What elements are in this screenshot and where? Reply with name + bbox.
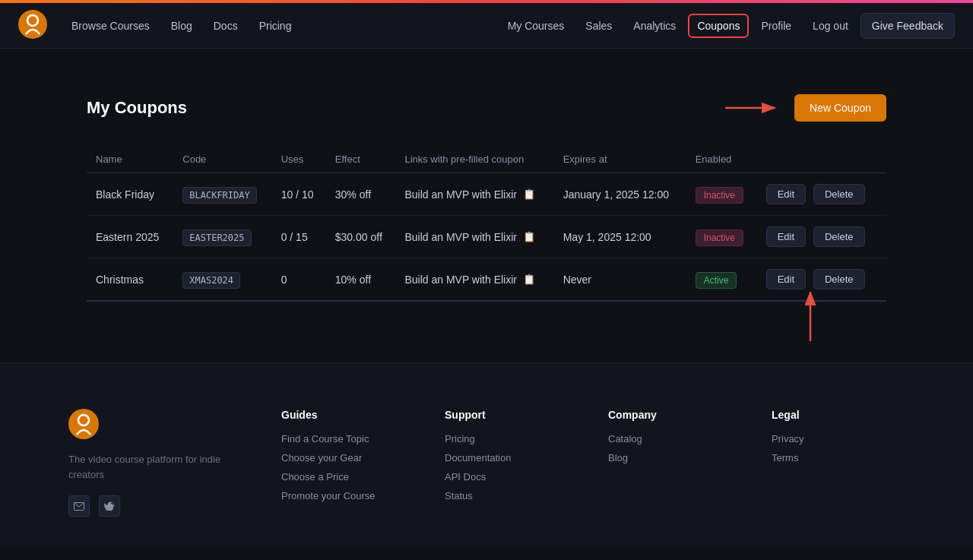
footer-link-find-course[interactable]: Find a Course Topic	[281, 433, 414, 445]
twitter-icon[interactable]	[99, 495, 120, 517]
copy-link-icon[interactable]: 📋	[523, 274, 535, 285]
support-title: Support	[445, 409, 578, 421]
row-expires: January 1, 2025 12:00	[554, 173, 686, 216]
give-feedback-button[interactable]: Give Feedback	[860, 13, 955, 39]
table-body: Black Friday BLACKFRIDAY 10 / 10 30% off…	[87, 173, 886, 302]
footer-social	[68, 495, 236, 517]
footer-link-promote[interactable]: Promote your Course	[281, 490, 414, 501]
footer-link-company-blog[interactable]: Blog	[608, 452, 741, 464]
logo[interactable]	[18, 10, 47, 41]
footer-link-terms[interactable]: Terms	[772, 452, 905, 464]
table-header: Name Code Uses Effect Links with pre-fil…	[87, 146, 886, 173]
row-uses: 10 / 10	[272, 173, 326, 216]
edit-button[interactable]: Edit	[766, 184, 806, 204]
footer-col-guides: Guides Find a Course Topic Choose your G…	[281, 409, 414, 517]
coupons-table: Name Code Uses Effect Links with pre-fil…	[87, 146, 886, 302]
footer-link-privacy[interactable]: Privacy	[772, 433, 905, 445]
row-link: Build an MVP with Elixir 📋	[395, 173, 553, 216]
nav-blog[interactable]: Blog	[162, 14, 201, 38]
table-row: Black Friday BLACKFRIDAY 10 / 10 30% off…	[87, 173, 886, 216]
footer-link-status[interactable]: Status	[445, 490, 578, 501]
copy-link-icon[interactable]: 📋	[523, 188, 535, 200]
edit-button[interactable]: Edit	[766, 269, 806, 289]
nav-my-courses[interactable]: My Courses	[499, 14, 574, 38]
company-title: Company	[608, 409, 741, 421]
col-effect: Effect	[326, 146, 396, 173]
nav-right: My Courses Sales Analytics Coupons Profi…	[499, 13, 955, 39]
col-uses: Uses	[272, 146, 326, 173]
footer-link-pricing[interactable]: Pricing	[445, 433, 578, 445]
row-effect: 10% off	[326, 258, 396, 302]
col-enabled: Enabled	[686, 146, 757, 173]
row-name: Black Friday	[87, 173, 173, 216]
nav-pricing[interactable]: Pricing	[250, 14, 301, 38]
footer-link-choose-gear[interactable]: Choose your Gear	[281, 452, 414, 464]
svg-point-6	[68, 409, 99, 439]
row-uses: 0	[272, 258, 326, 302]
delete-button[interactable]: Delete	[813, 184, 865, 204]
row-name: Eastern 2025	[87, 216, 173, 258]
nav-sales[interactable]: Sales	[576, 14, 621, 38]
guides-title: Guides	[281, 409, 414, 421]
footer-link-documentation[interactable]: Documentation	[445, 452, 578, 464]
row-status: Inactive	[686, 216, 757, 258]
nav-analytics[interactable]: Analytics	[624, 14, 685, 38]
nav-logout[interactable]: Log out	[803, 14, 857, 38]
row-code: BLACKFRIDAY	[173, 173, 271, 216]
row-name: Christmas	[87, 258, 173, 302]
footer-col-company: Company Catalog Blog	[608, 409, 741, 517]
nav-browse-courses[interactable]: Browse Courses	[62, 14, 159, 38]
row-status: Active	[686, 258, 757, 302]
row-link: Build an MVP with Elixir 📋	[395, 258, 553, 302]
col-code: Code	[173, 146, 271, 173]
page-title: My Coupons	[87, 98, 187, 118]
arrow-to-new-coupon	[721, 96, 782, 119]
footer-link-catalog[interactable]: Catalog	[608, 433, 741, 445]
arrow-to-edit-button	[795, 292, 826, 347]
footer-col-legal: Legal Privacy Terms	[772, 409, 905, 517]
footer-link-choose-price[interactable]: Choose a Price	[281, 471, 414, 482]
col-name: Name	[87, 146, 173, 173]
row-actions: Edit Delete	[757, 173, 886, 216]
nav-docs[interactable]: Docs	[204, 14, 247, 38]
nav-profile[interactable]: Profile	[752, 14, 800, 38]
row-code: EASTER2025	[173, 216, 271, 258]
main-content: My Coupons New Coupon Name Code Uses	[68, 49, 905, 362]
row-status: Inactive	[686, 173, 757, 216]
col-expires: Expires at	[554, 146, 686, 173]
nav-left: Browse Courses Blog Docs Pricing	[62, 14, 499, 38]
delete-button[interactable]: Delete	[813, 269, 865, 289]
footer: The video course platform for indie crea…	[0, 362, 973, 547]
row-effect: 30% off	[326, 173, 396, 216]
legal-title: Legal	[772, 409, 905, 421]
svg-point-0	[18, 10, 47, 39]
row-link: Build an MVP with Elixir 📋	[395, 216, 553, 258]
new-coupon-button[interactable]: New Coupon	[794, 94, 886, 122]
footer-columns: Guides Find a Course Topic Choose your G…	[281, 409, 905, 517]
copy-link-icon[interactable]: 📋	[523, 231, 535, 242]
edit-button[interactable]: Edit	[766, 226, 806, 247]
footer-brand: The video course platform for indie crea…	[68, 409, 236, 517]
row-code: XMAS2024	[173, 258, 271, 302]
footer-link-api-docs[interactable]: API Docs	[445, 471, 578, 482]
footer-tagline: The video course platform for indie crea…	[68, 452, 236, 482]
nav-coupons[interactable]: Coupons	[688, 14, 749, 38]
footer-inner: The video course platform for indie crea…	[68, 409, 905, 517]
row-expires: Never	[554, 258, 686, 302]
row-expires: May 1, 2025 12:00	[554, 216, 686, 258]
footer-col-support: Support Pricing Documentation API Docs S…	[445, 409, 578, 517]
table-row: Christmas XMAS2024 0 10% off Build an MV…	[87, 258, 886, 302]
row-actions: Edit Delete	[757, 216, 886, 258]
footer-logo[interactable]	[68, 409, 236, 441]
page-header: My Coupons New Coupon	[87, 94, 886, 122]
navbar: Browse Courses Blog Docs Pricing My Cour…	[0, 3, 973, 49]
col-links: Links with pre-filled coupon	[395, 146, 553, 173]
row-uses: 0 / 15	[272, 216, 326, 258]
table-row: Eastern 2025 EASTER2025 0 / 15 $30.00 of…	[87, 216, 886, 258]
email-icon[interactable]	[68, 495, 90, 517]
col-actions	[757, 146, 886, 173]
delete-button[interactable]: Delete	[813, 226, 865, 247]
row-effect: $30.00 off	[326, 216, 396, 258]
